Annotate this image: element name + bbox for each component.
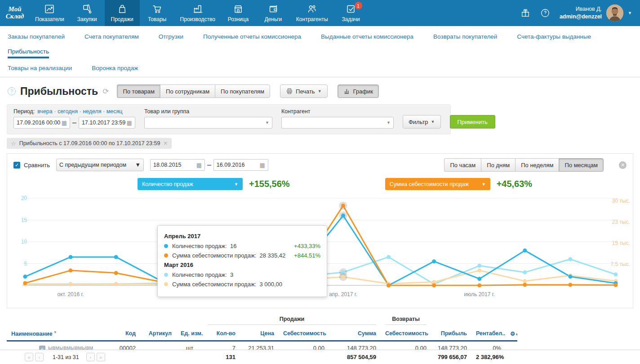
- compare-checkbox[interactable]: ✓: [13, 162, 20, 169]
- topnav-item-label: Производство: [180, 16, 215, 22]
- compare-mode-select[interactable]: С предыдущим периодом▼: [56, 159, 144, 171]
- chevron-down-icon: ▼: [318, 89, 322, 93]
- view-button-by-products[interactable]: По товарам: [117, 84, 160, 98]
- topnav-item-production[interactable]: Производство: [175, 0, 221, 26]
- chart-line-icon: [44, 4, 55, 14]
- table-header-row: Наименование▼ Код Артикул Ед. изм. Кол-в…: [7, 327, 517, 341]
- cost-series-select[interactable]: Сумма себестоимости продаж▼: [385, 178, 490, 190]
- topnav-item-retail[interactable]: Розница: [221, 0, 256, 26]
- print-button[interactable]: Печать ▼: [280, 84, 328, 98]
- topnav-item-label: Товары: [148, 16, 166, 22]
- series-selectors: Количество продаж▼ +155,56% Сумма себест…: [7, 178, 633, 190]
- period-link-3[interactable]: месяц: [107, 108, 123, 115]
- period-link-2[interactable]: неделя: [83, 108, 101, 115]
- calendar-icon[interactable]: ▦: [196, 162, 202, 169]
- view-button-by-customers[interactable]: По покупателям: [215, 84, 270, 98]
- next-page-button[interactable]: ›: [86, 353, 95, 361]
- chart-toggle-button[interactable]: График: [338, 84, 379, 98]
- counterparty-filter-label: Контрагент: [281, 108, 394, 115]
- svg-text:апр. 2017 г.: апр. 2017 г.: [329, 291, 357, 297]
- col-article[interactable]: Артикул: [140, 327, 176, 341]
- period-to-input[interactable]: 17.10.2017 23:59▦: [79, 117, 135, 129]
- subtab-profitability[interactable]: Прибыльность: [8, 45, 49, 60]
- counterparty-select[interactable]: ▼: [281, 117, 394, 129]
- total-margin: 2 382,96%: [471, 350, 506, 364]
- subtab-issued-commission-reports[interactable]: Выданные отчеты комиссионера: [321, 31, 413, 45]
- col-unit[interactable]: Ед. изм.: [176, 327, 203, 341]
- close-icon[interactable]: ✕: [163, 140, 168, 146]
- compare-from-input[interactable]: 18.08.2015▦: [150, 159, 205, 171]
- calendar-icon[interactable]: ▦: [127, 120, 132, 126]
- first-page-button[interactable]: «: [25, 353, 33, 361]
- subtab-issued-vat-invoices[interactable]: Счета-фактуры выданные: [517, 31, 591, 45]
- col-return-cost[interactable]: Себестоимость: [381, 327, 431, 341]
- svg-text:30 тыс.: 30 тыс.: [612, 198, 630, 204]
- col-sum[interactable]: Сумма: [329, 327, 381, 341]
- star-icon[interactable]: ☆: [11, 140, 16, 147]
- subtab-shipments[interactable]: Отгрузки: [159, 31, 183, 45]
- user-email: admin@denzzel: [560, 13, 602, 21]
- group-sales: Продажи: [208, 316, 376, 325]
- col-qty[interactable]: Кол-во: [203, 327, 240, 341]
- col-name[interactable]: Наименование▼: [7, 327, 103, 341]
- period-link-0[interactable]: вчера: [37, 108, 52, 115]
- col-price[interactable]: Цена: [240, 327, 279, 341]
- col-cost[interactable]: Себестоимость: [279, 327, 329, 341]
- help-icon[interactable]: [535, 0, 555, 26]
- wallet-icon: [268, 4, 279, 14]
- chart-panel: ✓ Сравнить С предыдущим периодом▼ 18.08.…: [7, 153, 633, 308]
- topnav-item-indicators[interactable]: Показатели: [30, 0, 70, 26]
- view-button-by-employees[interactable]: По сотрудникам: [160, 84, 215, 98]
- column-settings-gear-icon[interactable]: ⚙▼: [506, 327, 517, 341]
- topnav-item-goods[interactable]: Товары: [140, 0, 175, 26]
- qty-series-select[interactable]: Количество продаж▼: [138, 178, 243, 190]
- compare-to-input[interactable]: 16.09.2016▦: [213, 159, 268, 171]
- period-from-input[interactable]: 17.09.2016 00:00▦: [13, 117, 70, 129]
- granularity-button-by-months[interactable]: По месяцам: [559, 158, 604, 172]
- granularity-button-by-days[interactable]: По дням: [481, 158, 515, 172]
- refresh-icon[interactable]: ⟳: [102, 87, 109, 96]
- tooltip-period-current: Апрель 2017: [164, 233, 320, 240]
- granularity-button-by-hours[interactable]: По часам: [444, 158, 481, 172]
- chevron-down-icon: ▼: [387, 120, 391, 125]
- topnav-item-purchases[interactable]: Закупки: [70, 0, 105, 26]
- tooltip-row: Сумма себестоимости продаж: 28 335,42+84…: [164, 252, 320, 259]
- prev-page-button[interactable]: ‹: [35, 353, 44, 361]
- user-menu[interactable]: Иванов Д. admin@denzzel ▼: [555, 0, 640, 26]
- profitability-table: Продажи Возвраты Наименование▼ Код Артик…: [7, 314, 517, 355]
- product-select[interactable]: ▼: [144, 117, 272, 129]
- profitability-chart[interactable]: 201510530 тыс.23 тыс.15 тыс.7,5 тыс.окт.…: [7, 190, 633, 308]
- col-code[interactable]: Код: [103, 327, 140, 341]
- moysklad-logo[interactable]: Мой Склад: [0, 0, 30, 26]
- topnav-item-counterparties[interactable]: Контрагенты: [291, 0, 333, 26]
- series-dot-icon: [164, 244, 168, 248]
- tooltip-row: Количество продаж: 3: [164, 271, 320, 278]
- granularity-button-by-weeks[interactable]: По неделям: [515, 158, 559, 172]
- page-title: Прибыльность: [20, 85, 98, 98]
- filter-button[interactable]: Фильтр▼: [403, 115, 441, 129]
- gift-icon[interactable]: [516, 0, 535, 26]
- calendar-icon[interactable]: ▦: [62, 120, 67, 126]
- chevron-down-icon: ▼: [135, 162, 141, 168]
- topnav-item-tasks[interactable]: Задачи1: [333, 0, 369, 26]
- pager-range: 1-31 из 31: [53, 354, 79, 360]
- subtab-customer-invoices[interactable]: Счета покупателям: [84, 31, 139, 45]
- topnav-item-label: Контрагенты: [296, 16, 328, 22]
- col-profit[interactable]: Прибыль: [431, 327, 471, 341]
- total-profit: 799 656,07: [431, 350, 471, 364]
- subtab-customer-orders[interactable]: Заказы покупателей: [8, 31, 65, 45]
- subtab-goods-on-consignment[interactable]: Товары на реализации: [8, 62, 72, 77]
- subtab-customer-returns[interactable]: Возвраты покупателей: [433, 31, 497, 45]
- saved-filter-chip[interactable]: ☆ Прибыльность с 17.09.2016 00:00 по 17.…: [7, 138, 172, 149]
- subtab-received-commission-reports[interactable]: Полученные отчеты комиссионера: [203, 31, 301, 45]
- close-compare-icon[interactable]: ✕: [619, 161, 627, 169]
- topnav-item-money[interactable]: Деньги: [256, 0, 291, 26]
- page-help-icon[interactable]: ?: [8, 87, 16, 95]
- apply-button[interactable]: Применить: [450, 115, 495, 129]
- subtab-sales-funnel[interactable]: Воронка продаж: [92, 62, 138, 77]
- calendar-icon[interactable]: ▦: [260, 162, 265, 169]
- topnav-item-sales[interactable]: Продажи: [105, 0, 140, 26]
- col-margin[interactable]: Рентабел...: [471, 327, 506, 341]
- last-page-button[interactable]: »: [97, 353, 105, 361]
- period-link-1[interactable]: сегодня: [58, 108, 78, 115]
